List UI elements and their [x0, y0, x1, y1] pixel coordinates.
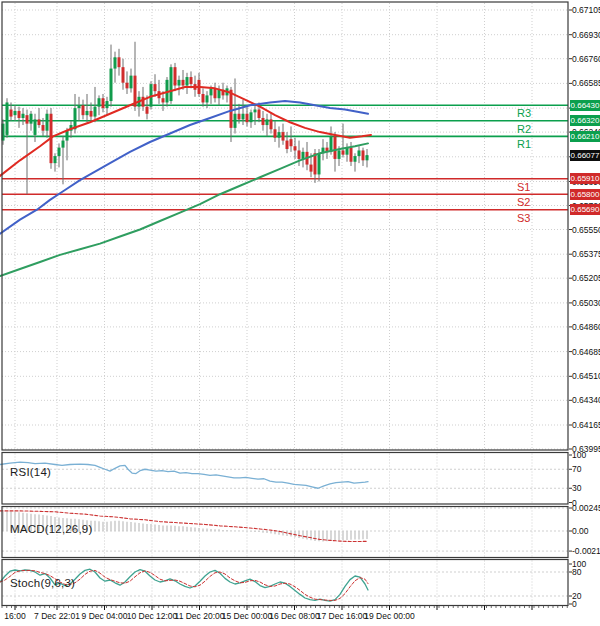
panel-border-main: [2, 2, 568, 450]
panel-border-rsi: [2, 453, 568, 505]
support-price-badge-s3: 0.65690: [570, 204, 600, 215]
candle-bullish: [266, 119, 269, 125]
axis-tick-label: 15 Dec 00:00: [222, 611, 273, 621]
candle-bullish: [14, 111, 17, 115]
axis-tick-label: 0.64860: [572, 322, 600, 332]
candle-bullish: [358, 150, 361, 156]
macd-indicator-label: MACD(12,26,9): [10, 523, 93, 535]
candle-bearish: [82, 105, 85, 115]
candle-bearish: [230, 90, 233, 128]
candle-bullish: [170, 67, 173, 101]
candle-bearish: [246, 114, 249, 122]
candle-bullish: [354, 156, 357, 162]
axis-tick-label: 0.66760: [572, 54, 600, 64]
support-level-label-s2: S2: [517, 196, 530, 208]
candle-bearish: [18, 111, 21, 118]
candle-bearish: [42, 125, 45, 131]
resistance-level-label-r2: R2: [517, 123, 531, 135]
axis-tick-label: 16:00: [4, 611, 26, 621]
axis-tick-label: 10 Dec 12:00: [127, 611, 178, 621]
support-level-label-s3: S3: [517, 212, 530, 224]
axis-tick-label: 0.65030: [572, 298, 600, 308]
candle-bearish: [298, 150, 301, 158]
current-price-badge: 0.66077: [570, 150, 600, 161]
candle-bullish: [6, 102, 9, 134]
candle-bullish: [254, 110, 257, 113]
candle-bullish: [78, 105, 81, 108]
panel-border-stoch: [2, 560, 568, 606]
candle-bearish: [182, 80, 185, 86]
candle-bearish: [154, 84, 157, 91]
support-price-badge-s1: 0.65910: [570, 173, 600, 184]
axis-tick-label: 0: [572, 599, 577, 609]
axis-tick-label: 0.67105: [572, 5, 600, 15]
candle-bearish: [162, 98, 165, 102]
candle-bullish: [318, 153, 321, 174]
axis-tick-label: 9 Dec 04:00: [82, 611, 128, 621]
axis-tick-label: 0.002457: [572, 503, 600, 513]
axis-tick-label: 7 Dec 22:01: [34, 611, 80, 621]
axis-tick-label: 100: [572, 450, 586, 460]
candle-bullish: [66, 131, 69, 141]
candle-bearish: [350, 148, 353, 162]
candle-bullish: [210, 88, 213, 95]
candle-bearish: [126, 83, 129, 89]
candle-bearish: [102, 98, 105, 108]
candle-bearish: [258, 110, 261, 118]
candle-bearish: [38, 119, 41, 125]
axis-tick-label: 80: [572, 567, 582, 577]
axis-tick-label: 16 Dec 08:00: [269, 611, 320, 621]
candle-bearish: [118, 57, 121, 67]
candle-bearish: [262, 118, 265, 125]
candle-bullish: [130, 76, 133, 89]
candle-bullish: [234, 114, 237, 128]
candle-bullish: [106, 101, 109, 108]
candle-bullish: [110, 69, 113, 101]
candle-bullish: [86, 111, 89, 115]
candle-bearish: [238, 114, 241, 120]
candle-bearish: [270, 119, 273, 129]
trading-chart-window: 0.671050.669300.667600.665850.664100.662…: [0, 0, 600, 626]
rsi-line: [0, 462, 368, 488]
axis-tick-label: 17 Dec 16:00: [317, 611, 368, 621]
axis-tick-label: 11 Dec 20:00: [175, 611, 225, 621]
candle-bearish: [286, 141, 289, 149]
candle-bearish: [334, 136, 337, 159]
candle-bullish: [186, 77, 189, 85]
candle-bearish: [290, 139, 293, 146]
candle-bearish: [202, 94, 205, 102]
resistance-price-badge-r2: 0.66320: [570, 115, 600, 126]
candle-bearish: [294, 146, 297, 150]
axis-tick-label: 0.64340: [572, 395, 600, 405]
axis-tick-label: 70: [572, 464, 582, 474]
resistance-level-label-r1: R1: [517, 138, 531, 150]
candle-bearish: [310, 165, 313, 172]
candle-bullish: [114, 57, 117, 68]
candle-bullish: [206, 95, 209, 102]
axis-tick-label: 0.64510: [572, 371, 600, 381]
candle-bullish: [30, 114, 33, 124]
axis-tick-label: -0.002146: [572, 546, 600, 556]
axis-tick-label: 0.65375: [572, 249, 600, 259]
resistance-price-badge-r1: 0.66210: [570, 131, 600, 142]
resistance-level-label-r3: R3: [517, 107, 531, 119]
axis-tick-label: 0.64165: [572, 420, 600, 430]
axis-tick-label: 30: [572, 483, 582, 493]
axis-tick-label: 0.65205: [572, 273, 600, 283]
candle-bullish: [62, 141, 65, 148]
axis-tick-label: 0.64685: [572, 347, 600, 357]
axis-tick-label: 19 Dec 00:00: [364, 611, 415, 621]
resistance-price-badge-r3: 0.66430: [570, 100, 600, 111]
candle-bearish: [26, 115, 29, 123]
candle-bullish: [330, 136, 333, 152]
candle-bullish: [94, 107, 97, 117]
axis-tick-label: 0.00: [572, 526, 589, 536]
candle-bullish: [366, 155, 369, 160]
candle-bearish: [190, 77, 193, 84]
candle-bearish: [274, 129, 277, 137]
candle-bullish: [46, 114, 49, 131]
support-price-badge-s2: 0.65800: [570, 189, 600, 200]
candle-bearish: [122, 67, 125, 83]
candle-bearish: [90, 111, 93, 117]
stoch-indicator-label: Stoch(9,6,3): [10, 577, 75, 589]
